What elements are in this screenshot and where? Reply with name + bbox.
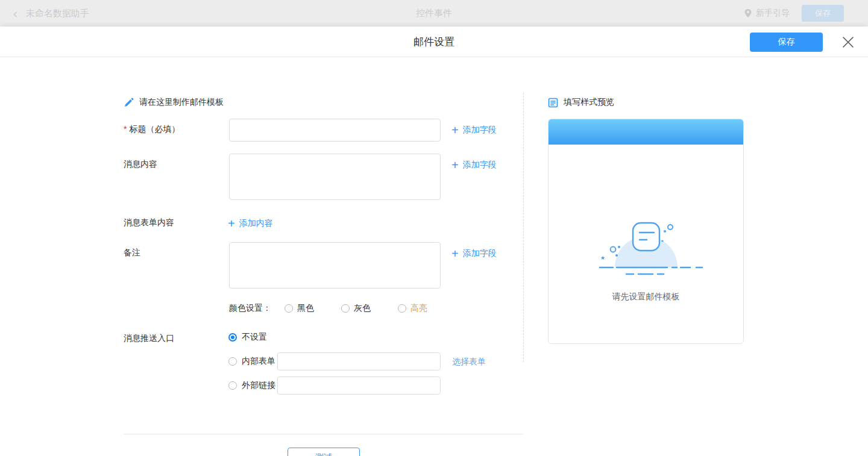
radio-label: 灰色 — [354, 303, 371, 314]
pin-icon — [744, 8, 752, 18]
internal-form-input[interactable] — [277, 352, 441, 370]
pencil-icon — [124, 98, 134, 108]
preview-card: 请先设置邮件模板 — [548, 119, 744, 344]
tab-control-events[interactable]: 控件事件 — [0, 0, 868, 27]
radio-label: 内部表单 — [242, 356, 275, 367]
radio-label: 外部链接 — [242, 380, 275, 391]
message-content-textarea[interactable] — [229, 154, 441, 200]
close-icon — [841, 36, 855, 49]
background-topbar: ‹ 未命名数据助手 控件事件 新手引导 保存 — [0, 0, 868, 27]
preview-title: 填写样式预览 — [564, 97, 614, 108]
topbar-save-button[interactable]: 保存 — [802, 5, 844, 22]
radio-option-external-link[interactable]: 外部链接 — [228, 380, 275, 391]
color-settings-row: 颜色设置： 黑色 灰色 高亮 — [229, 303, 454, 314]
page-title: 邮件设置 — [0, 27, 868, 57]
plus-icon: + — [451, 159, 459, 171]
add-field-button-remark[interactable]: + 添加字段 — [451, 248, 497, 260]
guide-label: 新手引导 — [756, 8, 790, 19]
test-button[interactable]: 测试 — [288, 448, 360, 456]
email-settings-modal: 邮件设置 保存 请在这里制作邮件模板 *标题（必填） + 添加字段 消息内容 — [0, 27, 868, 456]
guide-link[interactable]: 新手引导 — [744, 8, 790, 19]
preview-card-header — [549, 119, 743, 145]
empty-illustration — [589, 217, 703, 280]
choose-form-link[interactable]: 选择表单 — [452, 357, 486, 367]
add-field-button-content[interactable]: + 添加字段 — [451, 159, 497, 171]
preview-placeholder-text: 请先设置邮件模板 — [549, 292, 743, 302]
title-input[interactable] — [229, 119, 441, 142]
radio-button[interactable] — [398, 304, 406, 313]
preview-card-body: 请先设置邮件模板 — [549, 145, 743, 344]
push-entry-label: 消息推送入口 — [124, 333, 174, 344]
external-link-input[interactable] — [277, 376, 441, 395]
required-asterisk: * — [124, 124, 127, 134]
radio-label: 高亮 — [410, 303, 427, 314]
radio-button[interactable] — [285, 304, 293, 313]
intro-text: 请在这里制作邮件模板 — [139, 97, 224, 108]
document-icon — [548, 98, 558, 108]
intro-row: 请在这里制作邮件模板 — [124, 97, 224, 108]
preview-header: 填写样式预览 — [548, 97, 614, 108]
add-field-button-title[interactable]: + 添加字段 — [451, 124, 497, 136]
radio-option-internal-form[interactable]: 内部表单 — [228, 356, 275, 367]
title-field-label: *标题（必填） — [124, 124, 180, 135]
radio-option-gray[interactable]: 灰色 — [341, 303, 371, 314]
radio-option-none[interactable]: 不设置 — [228, 332, 267, 343]
form-content-field-label: 消息表单内容 — [124, 217, 174, 228]
radio-label: 不设置 — [242, 332, 267, 343]
remark-textarea[interactable] — [229, 242, 441, 289]
save-button[interactable]: 保存 — [750, 33, 823, 52]
radio-button[interactable] — [228, 357, 237, 366]
color-settings-label: 颜色设置： — [229, 303, 271, 314]
add-content-button[interactable]: + 添加内容 — [228, 217, 273, 230]
modal-header: 邮件设置 保存 — [0, 27, 868, 57]
content-field-label: 消息内容 — [124, 159, 157, 170]
radio-label: 黑色 — [297, 303, 314, 314]
email-template-form: 请在这里制作邮件模板 *标题（必填） + 添加字段 消息内容 + 添加字段 消息… — [0, 57, 868, 456]
plus-icon: + — [451, 248, 459, 260]
radio-button[interactable] — [228, 381, 237, 390]
radio-button[interactable] — [341, 304, 350, 313]
vertical-divider — [523, 93, 524, 362]
radio-button-selected[interactable] — [228, 333, 237, 342]
plus-icon: + — [451, 124, 459, 136]
close-button[interactable] — [841, 36, 855, 49]
radio-option-black[interactable]: 黑色 — [285, 303, 314, 314]
form-divider — [124, 434, 523, 434]
radio-option-highlight[interactable]: 高亮 — [398, 303, 427, 314]
plus-icon: + — [228, 217, 235, 230]
remark-field-label: 备注 — [124, 248, 140, 258]
